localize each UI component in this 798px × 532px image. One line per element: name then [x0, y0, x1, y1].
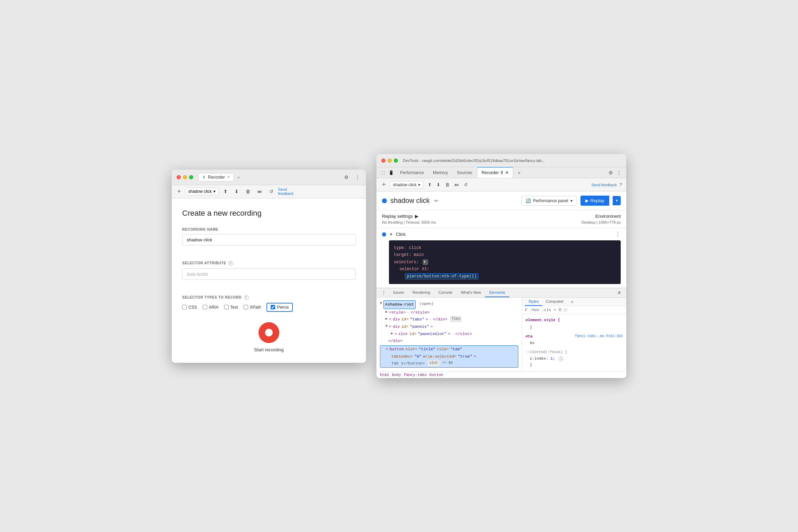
replay-play-icon: ▶ — [585, 198, 589, 203]
text-checkbox-item[interactable]: Text — [224, 305, 238, 310]
replay-dropdown-button[interactable]: ▾ — [613, 196, 621, 205]
tab-more-icon[interactable]: » — [235, 174, 241, 181]
minimize-button[interactable] — [183, 175, 187, 179]
pierce-checkbox-item[interactable]: Pierce — [266, 303, 293, 312]
xpath-checkbox[interactable] — [244, 305, 248, 309]
close-button[interactable] — [177, 175, 181, 179]
styles-tab-computed[interactable]: Computed — [542, 298, 567, 306]
aria-checkbox[interactable] — [203, 305, 207, 309]
breadcrumb-fancy-tabs[interactable]: fancy-tabs — [404, 373, 427, 377]
replay-settings-title[interactable]: Replay settings ▶ — [382, 214, 436, 219]
add-style-icon[interactable]: + — [554, 308, 556, 312]
settings-icon[interactable]: ⚙ — [343, 174, 350, 181]
cls-label[interactable]: .cls — [542, 308, 551, 312]
styles-content: element.style { } #ta fancy-tabs-…mo.htm… — [522, 314, 626, 371]
step-code-block: type: click target: main selectors: sele… — [389, 240, 621, 284]
click-step-header[interactable]: ▼ Click ⋮ — [376, 228, 626, 240]
create-title: Create a new recording — [182, 209, 356, 218]
bottom-tab-rendering[interactable]: Rendering — [408, 288, 434, 297]
right-step-icon[interactable]: ⏭ — [453, 181, 461, 188]
selector-attr-help-icon[interactable]: ? — [228, 261, 233, 266]
start-recording-button[interactable] — [258, 322, 279, 343]
step-status-dot — [382, 232, 386, 237]
tab-performance[interactable]: Performance — [396, 168, 428, 178]
css-checkbox[interactable] — [182, 305, 187, 309]
computed-style-icon[interactable]: □ — [564, 308, 567, 312]
step-icon[interactable]: ⏭ — [255, 187, 264, 196]
bottom-tab-console[interactable]: Console — [434, 288, 457, 297]
more-icon[interactable]: ⋮ — [354, 174, 361, 181]
delete-icon[interactable]: 🗑 — [244, 187, 253, 196]
bottom-tab-whats-new[interactable]: What's New — [457, 288, 485, 297]
step-collapse-icon[interactable]: ▼ — [389, 232, 393, 237]
send-feedback-link[interactable]: Sendfeedback — [278, 187, 294, 196]
step-more-icon[interactable]: ⋮ — [615, 231, 621, 238]
upload-icon[interactable]: ⬆ — [221, 187, 230, 196]
aria-checkbox-item[interactable]: ARIA — [203, 305, 219, 310]
selector-types-help-icon[interactable]: ? — [244, 295, 249, 300]
send-feedback-button[interactable]: Send feedback — [591, 183, 617, 187]
help-icon[interactable]: ? — [620, 182, 622, 187]
recording-status-dot — [382, 198, 387, 203]
right-minimize-button[interactable] — [388, 158, 392, 163]
hover-label[interactable]: :hov — [530, 308, 539, 312]
replay-button[interactable]: ▶ Replay — [580, 196, 609, 206]
text-checkbox[interactable] — [224, 305, 229, 309]
left-devtools-window: 🎙 Recorder ✕ » ⚙ ⋮ + shadow click ▾ ⬆ ⬇ … — [172, 170, 366, 363]
tab-sources[interactable]: Sources — [453, 168, 476, 178]
add-recording-button[interactable]: + — [176, 187, 182, 196]
recording-name-group: RECORDING NAME — [182, 228, 356, 253]
download-icon[interactable]: ⬇ — [232, 187, 241, 196]
selector-attr-input[interactable] — [182, 268, 356, 280]
tab-more-tabs[interactable]: » — [514, 168, 525, 178]
bottom-close-icon[interactable]: ✕ — [614, 289, 624, 297]
right-delete-icon[interactable]: 🗑 — [443, 181, 451, 188]
right-upload-icon[interactable]: ⬆ — [426, 181, 433, 188]
left-main-content: Create a new recording RECORDING NAME SE… — [172, 198, 366, 363]
settings-icon-right[interactable]: ⚙ — [607, 169, 614, 176]
recording-selector[interactable]: shadow click ▾ — [185, 188, 219, 195]
bottom-tab-elements[interactable]: Elements — [485, 288, 509, 297]
dom-shadow-root-line: ▼ #shadow-root (open) — [380, 300, 518, 309]
replay-settings-left: Replay settings ▶ No throttling | Timeou… — [382, 214, 436, 224]
z-index-info-icon[interactable]: i — [559, 357, 563, 361]
recorder-tab[interactable]: 🎙 Recorder ✕ — [198, 173, 234, 181]
copy-style-icon[interactable]: ⎘ — [559, 308, 561, 312]
recording-name-input[interactable] — [182, 234, 356, 246]
devtools-tabs-bar: ⬚ 📱 Performance Memory Sources Recorder … — [376, 167, 626, 178]
right-recording-selector[interactable]: shadow click ▾ — [390, 181, 423, 189]
device-icon[interactable]: 📱 — [387, 170, 395, 176]
tab-recorder[interactable]: Recorder 🎙 ✕ — [477, 167, 513, 178]
breadcrumb-button[interactable]: button — [430, 373, 443, 377]
tab-bar: 🎙 Recorder ✕ » — [198, 173, 340, 181]
styles-tab-styles[interactable]: Styles — [525, 298, 542, 306]
breadcrumb-body[interactable]: body — [392, 373, 401, 377]
xpath-checkbox-item[interactable]: XPath — [244, 305, 261, 310]
dom-div-tabs-line: ▶ <div id="tabs"> … </div> flex — [380, 316, 518, 323]
tab-memory[interactable]: Memory — [429, 168, 452, 178]
style-file-link[interactable]: fancy-tabs-…mo.html:302 — [575, 333, 623, 339]
performance-panel-button[interactable]: 🔄 Performance panel ▾ — [521, 196, 577, 206]
tab-close-icon[interactable]: ✕ — [227, 175, 230, 179]
replay-icon[interactable]: ↺ — [267, 187, 275, 196]
right-add-recording-button[interactable]: + — [381, 180, 387, 189]
right-recording-name: shadow click — [393, 182, 417, 187]
flex-badge: flex — [450, 316, 462, 322]
maximize-button[interactable] — [189, 175, 193, 179]
styles-more-icon[interactable]: » — [568, 298, 576, 306]
right-maximize-button[interactable] — [394, 158, 398, 163]
more-icon-right[interactable]: ⋮ — [615, 169, 623, 176]
bottom-tab-issues[interactable]: Issues — [389, 288, 408, 297]
right-close-button[interactable] — [381, 158, 385, 163]
right-replay-icon[interactable]: ↺ — [462, 181, 469, 188]
record-inner-dot — [265, 329, 273, 336]
start-recording-area: Start recording — [182, 322, 356, 352]
selector-types-group: SELECTOR TYPES TO RECORD ? CSS ARIA Text… — [182, 295, 356, 312]
inspect-icon[interactable]: ⬚ — [380, 170, 387, 176]
css-checkbox-item[interactable]: CSS — [182, 305, 197, 310]
right-download-icon[interactable]: ⬇ — [435, 181, 442, 188]
bottom-more-icon[interactable]: ⋮ — [379, 289, 389, 297]
edit-title-icon[interactable]: ✏ — [434, 198, 439, 204]
pierce-checkbox[interactable] — [271, 305, 275, 309]
breadcrumb-html[interactable]: html — [380, 373, 389, 377]
